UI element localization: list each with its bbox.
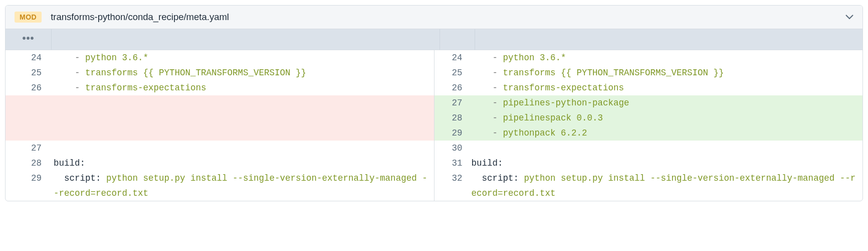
diff-line: 28 build: bbox=[6, 156, 434, 171]
line-code: - transforms {{ PYTHON_TRANSFORMS_VERSIO… bbox=[52, 65, 434, 80]
diff-line: 29 script: python setup.py install --sin… bbox=[6, 171, 434, 201]
collapse-toggle[interactable] bbox=[845, 15, 853, 20]
line-code: - python 3.6.* bbox=[52, 50, 434, 65]
line-code: - transforms {{ PYTHON_TRANSFORMS_VERSIO… bbox=[470, 65, 863, 80]
expand-hunk-gutter[interactable]: ••• bbox=[6, 29, 52, 50]
diff-line-added: 27 - pipelines-python-package bbox=[435, 95, 863, 110]
hunk-spacer-right bbox=[475, 29, 863, 50]
diff-line: 24 - python 3.6.* bbox=[6, 50, 434, 65]
line-number: 26 bbox=[435, 80, 470, 95]
change-type-badge: MOD bbox=[15, 12, 42, 23]
hunk-gutter-right bbox=[440, 29, 475, 50]
line-code: - pipelinespack 0.0.3 bbox=[470, 110, 863, 126]
diff-line: 25 - transforms {{ PYTHON_TRANSFORMS_VER… bbox=[6, 65, 434, 80]
line-number bbox=[6, 95, 52, 110]
line-number: 29 bbox=[435, 126, 470, 141]
line-code: - pipelines-python-package bbox=[470, 95, 863, 110]
diff-right-side: 24 - python 3.6.* 25 - transforms {{ PYT… bbox=[435, 50, 863, 201]
line-number: 27 bbox=[6, 141, 52, 156]
diff-line-removed bbox=[6, 126, 434, 141]
file-path: transforms-python/conda_recipe/meta.yaml bbox=[51, 12, 836, 23]
line-code bbox=[52, 126, 434, 141]
diff-line: 32 script: python setup.py install --sin… bbox=[435, 171, 863, 201]
line-code: - transforms-expectations bbox=[52, 80, 434, 95]
chevron-down-icon bbox=[845, 15, 853, 20]
line-number: 25 bbox=[435, 65, 470, 80]
line-number: 29 bbox=[6, 171, 52, 201]
line-number: 27 bbox=[435, 95, 470, 110]
diff-line: 30 bbox=[435, 141, 863, 156]
line-number: 25 bbox=[6, 65, 52, 80]
line-number: 28 bbox=[435, 110, 470, 126]
diff-line-added: 28 - pipelinespack 0.0.3 bbox=[435, 110, 863, 126]
hunk-header: ••• bbox=[6, 29, 862, 50]
diff-line-added: 29 - pythonpack 6.2.2 bbox=[435, 126, 863, 141]
diff-line: 24 - python 3.6.* bbox=[435, 50, 863, 65]
line-code bbox=[52, 141, 434, 156]
line-code: - python 3.6.* bbox=[470, 50, 863, 65]
line-number: 26 bbox=[6, 80, 52, 95]
line-code bbox=[52, 95, 434, 110]
line-number: 30 bbox=[435, 141, 470, 156]
line-number: 24 bbox=[6, 50, 52, 65]
line-number: 28 bbox=[6, 156, 52, 171]
hunk-spacer-left bbox=[52, 29, 440, 50]
diff-line-removed bbox=[6, 95, 434, 110]
line-code: script: python setup.py install --single… bbox=[470, 171, 863, 201]
line-number: 24 bbox=[435, 50, 470, 65]
diff-line-removed bbox=[6, 110, 434, 126]
diff-body: 24 - python 3.6.* 25 - transforms {{ PYT… bbox=[6, 50, 862, 201]
line-number: 31 bbox=[435, 156, 470, 171]
line-code: - pythonpack 6.2.2 bbox=[470, 126, 863, 141]
line-code bbox=[52, 110, 434, 126]
diff-file-container: MOD transforms-python/conda_recipe/meta.… bbox=[5, 5, 863, 201]
file-header: MOD transforms-python/conda_recipe/meta.… bbox=[6, 6, 862, 29]
diff-left-side: 24 - python 3.6.* 25 - transforms {{ PYT… bbox=[6, 50, 435, 201]
line-code: build: bbox=[470, 156, 863, 171]
line-code: build: bbox=[52, 156, 434, 171]
line-code: script: python setup.py install --single… bbox=[52, 171, 434, 201]
diff-line: 26 - transforms-expectations bbox=[435, 80, 863, 95]
diff-line: 26 - transforms-expectations bbox=[6, 80, 434, 95]
line-code bbox=[470, 141, 863, 156]
diff-line: 25 - transforms {{ PYTHON_TRANSFORMS_VER… bbox=[435, 65, 863, 80]
line-number bbox=[6, 110, 52, 126]
diff-line: 31 build: bbox=[435, 156, 863, 171]
line-code: - transforms-expectations bbox=[470, 80, 863, 95]
line-number: 32 bbox=[435, 171, 470, 201]
diff-line: 27 bbox=[6, 141, 434, 156]
line-number bbox=[6, 126, 52, 141]
